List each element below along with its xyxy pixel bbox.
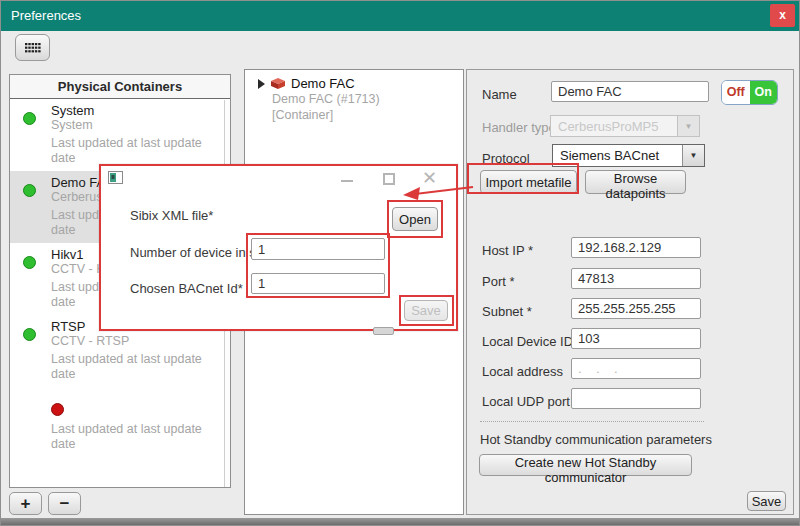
maximize-icon[interactable] xyxy=(383,173,395,185)
tree-node-type: [Container] xyxy=(272,107,457,123)
item-updated: Last updated at last update date xyxy=(51,136,220,166)
window-bottom-edge xyxy=(1,518,799,526)
status-dot-icon xyxy=(51,403,64,416)
browse-datapoints-button[interactable]: Browse datapoints xyxy=(585,170,686,194)
protocol-select[interactable]: Siemens BACnet ▼ xyxy=(552,144,705,167)
handler-type-label: Handler type xyxy=(482,120,556,135)
toggle-on-label[interactable]: On xyxy=(750,81,778,104)
save-button[interactable]: Save xyxy=(747,491,786,511)
status-dot-icon xyxy=(23,112,36,125)
physical-containers-header: Physical Containers xyxy=(10,75,230,99)
grid-menu-button[interactable] xyxy=(15,34,50,61)
item-subtitle: System xyxy=(51,118,220,133)
local-device-id-label: Local Device ID * xyxy=(482,334,582,349)
dialog-resize-grip[interactable] xyxy=(373,327,394,335)
import-metafile-button[interactable]: Import metafile xyxy=(480,170,577,194)
status-dot-icon xyxy=(23,328,36,341)
remove-container-button[interactable]: − xyxy=(48,492,81,515)
item-updated: Last updated at last update date xyxy=(51,352,220,382)
create-hot-standby-button[interactable]: Create new Hot Standby communicator xyxy=(479,454,692,476)
list-item-offline[interactable]: Last updated at last update date xyxy=(10,387,230,457)
host-ip-input[interactable] xyxy=(571,237,701,258)
chevron-down-icon[interactable]: ▼ xyxy=(682,145,704,166)
bacnet-id-label: Chosen BACnet Id* xyxy=(130,281,243,296)
open-button[interactable]: Open xyxy=(392,207,438,231)
toggle-off-label[interactable]: Off xyxy=(722,81,750,104)
port-label: Port * xyxy=(482,274,515,289)
dialog-app-icon xyxy=(108,171,123,184)
tree-node-demo-fac[interactable]: Demo FAC xyxy=(258,76,457,91)
item-title: System xyxy=(51,103,220,118)
local-udp-port-label: Local UDP port xyxy=(482,394,570,409)
window-title: Preferences xyxy=(11,1,81,31)
tree-node-id: Demo FAC (#1713) xyxy=(272,91,457,107)
handler-type-select: CerberusProMP5 ▼ xyxy=(550,115,700,137)
chevron-down-icon: ▼ xyxy=(677,116,699,136)
section-divider xyxy=(480,421,704,422)
dialog-save-button[interactable]: Save xyxy=(404,300,448,321)
name-input[interactable] xyxy=(551,81,709,102)
subnet-input[interactable] xyxy=(571,298,701,319)
local-address-input[interactable] xyxy=(571,358,701,379)
grid-icon xyxy=(24,42,41,54)
hot-standby-label: Hot Standby communication parameters xyxy=(480,432,712,447)
dialog-close-icon[interactable]: ✕ xyxy=(422,166,437,190)
tree-node-title: Demo FAC xyxy=(291,76,355,91)
device-count-input[interactable] xyxy=(251,238,385,260)
local-address-label: Local address xyxy=(482,364,563,379)
container-settings-panel: Name Off On Handler type CerberusProMP5 … xyxy=(466,69,794,515)
name-label: Name xyxy=(482,87,517,102)
port-input[interactable] xyxy=(571,268,701,289)
host-ip-label: Host IP * xyxy=(482,243,533,258)
status-dot-icon xyxy=(23,184,36,197)
title-bar: Preferences x xyxy=(1,1,799,31)
enabled-toggle[interactable]: Off On xyxy=(721,80,778,105)
item-updated: Last updated at last update date xyxy=(51,422,220,452)
protocol-value: Siemens BACnet xyxy=(553,148,682,163)
import-metafile-dialog: ✕ Sibix XML file* Open Number of device … xyxy=(99,164,458,331)
list-item-system[interactable]: System System Last updated at last updat… xyxy=(10,99,230,171)
local-device-id-input[interactable] xyxy=(571,328,701,349)
status-dot-icon xyxy=(23,256,36,269)
preferences-window: Preferences x Physical Containers System… xyxy=(0,0,800,526)
handler-type-value: CerberusProMP5 xyxy=(551,119,677,134)
sibix-xml-label: Sibix XML file* xyxy=(130,208,213,223)
container-cube-icon xyxy=(270,77,286,90)
expand-arrow-icon[interactable] xyxy=(258,79,265,89)
subnet-label: Subnet * xyxy=(482,304,532,319)
item-subtitle: CCTV - RTSP xyxy=(51,334,220,349)
local-udp-port-input[interactable] xyxy=(571,388,701,409)
add-container-button[interactable]: + xyxy=(9,492,42,515)
bacnet-id-input[interactable] xyxy=(251,273,385,294)
minimize-icon[interactable] xyxy=(341,180,353,182)
protocol-label: Protocol xyxy=(482,151,530,166)
close-icon[interactable]: x xyxy=(770,4,795,27)
